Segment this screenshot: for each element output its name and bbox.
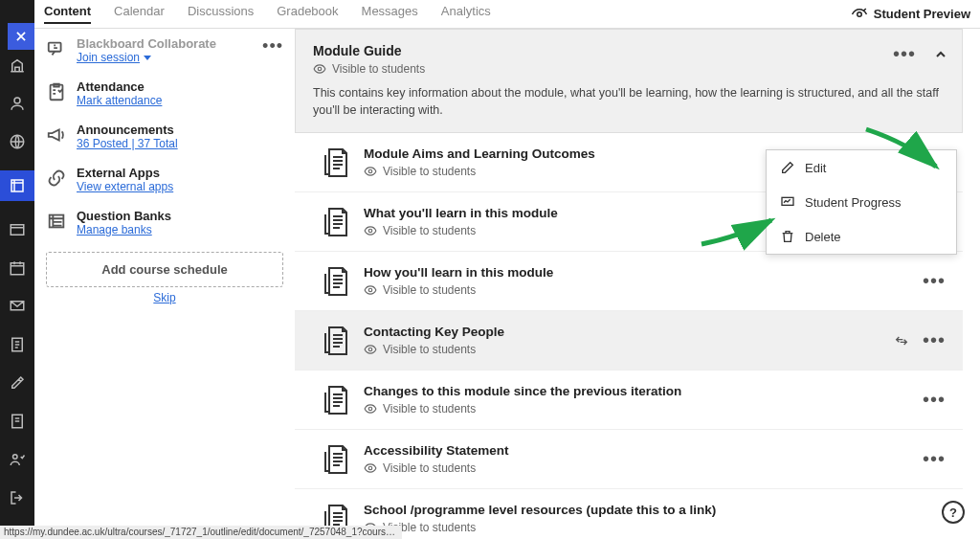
trash-icon [780,229,795,244]
bank-icon [46,211,67,232]
content-item-title: What you'll learn in this module [364,206,558,220]
svg-point-12 [318,67,322,71]
sidebar-item-title: Question Banks [77,209,171,223]
content-item-visibility[interactable]: Visible to students [364,224,558,237]
rail-icon-admin[interactable] [8,450,27,469]
content-item[interactable]: How you'll learn in this moduleVisible t… [295,252,963,311]
document-icon [323,326,350,356]
tab-messages[interactable]: Messages [362,4,418,24]
document-icon [323,385,350,415]
svg-point-14 [368,229,372,233]
svg-rect-3 [11,225,24,236]
megaphone-icon [46,124,67,146]
top-bar: Content Calendar Discussions Gradebook M… [34,0,980,29]
menu-student-progress[interactable]: Student Progress [767,185,956,219]
skip-link[interactable]: Skip [46,291,283,304]
content-item[interactable]: Accessibility StatementVisible to studen… [295,430,963,489]
module-description: This contains key information about the … [313,85,945,119]
rail-icon-grades[interactable] [8,335,27,354]
rail-icon-courses[interactable] [0,170,34,201]
pencil-icon [780,160,795,175]
content-item-more-button[interactable]: ••• [923,270,946,292]
announcements-count-link[interactable]: 36 Posted | 37 Total [77,137,178,150]
tab-gradebook[interactable]: Gradebook [277,4,338,24]
add-course-schedule-button[interactable]: Add course schedule [46,252,283,287]
reorder-handle[interactable] [894,333,909,348]
student-preview-button[interactable]: Student Preview [851,6,970,23]
caret-down-icon [144,56,151,60]
module-visibility[interactable]: Visible to students [313,62,945,76]
document-icon [323,207,350,237]
rail-icon-messages[interactable] [8,297,27,316]
rail-icon-tools[interactable] [8,373,27,393]
document-icon [323,147,350,178]
content-item-title: Module Aims and Learning Outcomes [364,146,595,161]
item-context-menu: Edit Student Progress Delete [766,149,957,255]
rail-icon-profile[interactable] [8,94,27,113]
clipboard-icon [46,81,67,102]
tab-content[interactable]: Content [44,4,91,24]
manage-banks-link[interactable]: Manage banks [77,223,152,236]
svg-rect-4 [11,263,24,275]
tab-analytics[interactable]: Analytics [441,4,491,24]
content-item-visibility[interactable]: Visible to students [364,521,716,534]
content-item-visibility[interactable]: Visible to students [364,283,553,297]
tab-discussions[interactable]: Discussions [188,4,254,24]
mark-attendance-link[interactable]: Mark attendance [77,94,162,107]
svg-point-15 [368,288,372,292]
rail-icon-assist[interactable] [8,412,27,431]
content-item[interactable]: Contacting Key PeopleVisible to students… [295,311,963,371]
content-item-visibility[interactable]: Visible to students [364,461,509,475]
svg-point-17 [368,407,372,411]
course-tools-panel: Blackboard Collaborate Join session ••• … [34,29,295,539]
view-external-apps-link[interactable]: View external apps [77,180,173,193]
content-item-title: School /programme level resources (updat… [364,503,716,517]
chat-icon [46,38,67,59]
svg-rect-9 [49,43,61,52]
top-tabs: Content Calendar Discussions Gradebook M… [44,4,491,24]
menu-delete[interactable]: Delete [767,219,956,254]
collapse-module-button[interactable] [933,47,948,62]
content-item-visibility[interactable]: Visible to students [364,402,681,415]
tab-calendar[interactable]: Calendar [114,4,165,24]
help-button[interactable]: ? [942,501,965,524]
content-item-title: How you'll learn in this module [364,265,553,280]
svg-rect-2 [11,180,23,191]
rail-icon-organizations[interactable] [8,220,27,239]
document-icon [323,266,350,297]
sidebar-item-announcements[interactable]: Announcements 36 Posted | 37 Total [46,115,283,158]
content-item-more-button[interactable]: ••• [923,329,946,351]
close-panel-button[interactable] [8,23,34,50]
rail-icon-calendar[interactable] [8,258,27,278]
svg-point-13 [368,169,372,173]
svg-point-18 [368,466,372,470]
content-item[interactable]: Changes to this module since the previou… [295,371,963,430]
sidebar-item-attendance[interactable]: Attendance Mark attendance [46,72,283,115]
progress-icon [780,194,795,210]
svg-point-16 [368,348,372,351]
join-session-link[interactable]: Join session [77,51,151,64]
menu-edit[interactable]: Edit [767,150,956,185]
content-item-title: Changes to this module since the previou… [364,384,681,398]
rail-icon-institution[interactable] [8,56,27,75]
sidebar-item-collaborate[interactable]: Blackboard Collaborate Join session ••• [46,29,283,72]
content-item-title: Contacting Key People [364,325,504,339]
preview-icon [851,6,868,23]
sidebar-item-question-banks[interactable]: Question Banks Manage banks [46,201,283,244]
rail-icon-globe[interactable] [8,132,27,151]
content-item-title: Accessibility Statement [364,443,509,458]
content-item-visibility[interactable]: Visible to students [364,165,595,178]
content-item-visibility[interactable]: Visible to students [364,343,504,356]
module-more-options-button[interactable]: ••• [893,43,916,65]
sidebar-item-external-apps[interactable]: External Apps View external apps [46,158,283,201]
module-title: Module Guide [313,43,945,58]
link-icon [46,168,67,189]
main-content: Module Guide Visible to students This co… [295,29,963,539]
more-options-button[interactable]: ••• [262,36,283,56]
content-item-more-button[interactable]: ••• [923,448,946,470]
left-rail [0,0,34,539]
sidebar-item-title: External Apps [77,166,173,180]
content-item-more-button[interactable]: ••• [923,389,946,411]
sidebar-item-title: Blackboard Collaborate [77,36,216,51]
rail-icon-signout[interactable] [8,488,27,507]
